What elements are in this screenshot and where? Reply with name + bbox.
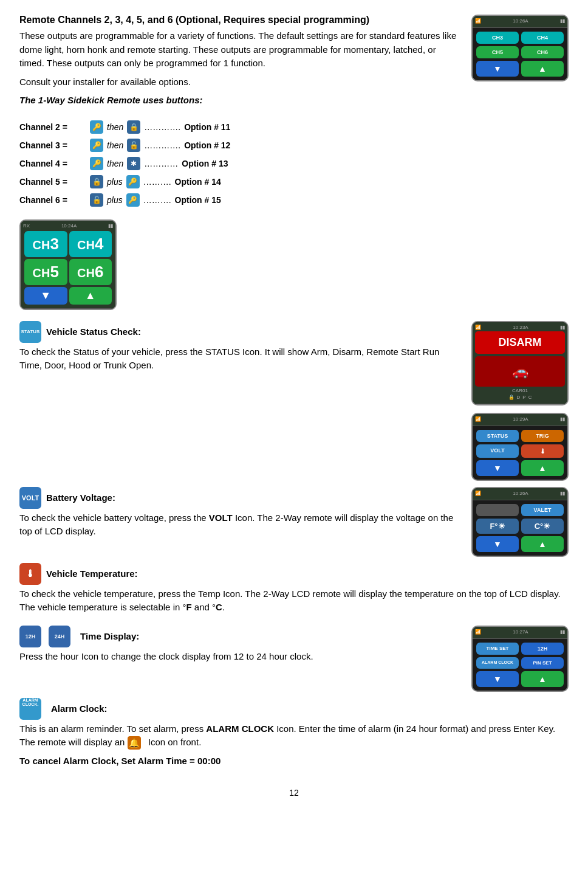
remote-screen-1: 📶 10:26A ▮▮ (473, 16, 567, 28)
disarm-remote: 📶 10:23A ▮▮ DISARM 🚗 CAR01 🔒 D P C (471, 321, 569, 405)
status-trig-remote: 📶 10:29A ▮▮ STATUS TRIG VOLT 🌡 ▼ ▲ (471, 413, 569, 481)
time-display-title: Time Display: (80, 631, 139, 641)
status-button[interactable]: STATUS (476, 430, 519, 442)
pinset-button[interactable]: PIN SET (521, 657, 564, 669)
disarm-bat: ▮▮ (560, 325, 565, 330)
volt-bold: VOLT (209, 512, 233, 523)
fc-time-bar: 📶 10:26A ▮▮ (475, 491, 565, 496)
ch6-button[interactable]: CH6 (521, 46, 564, 58)
channel-4-option: Option # 13 (182, 155, 228, 172)
temp-button[interactable]: 🌡 (521, 444, 564, 458)
c-temp-button[interactable]: C°☀ (521, 519, 564, 534)
down-arrow-large[interactable]: ▼ (24, 287, 67, 305)
vehicle-temp-section: 🌡 Vehicle Temperature: To check the vehi… (19, 563, 569, 619)
battery-voltage-text: VOLT Battery Voltage: To check the vehic… (19, 487, 462, 543)
ts-time: 10:27A (513, 629, 528, 635)
channel-2-icon1: 🔑 (90, 120, 103, 134)
channel-6-icon2: 🔑 (126, 193, 140, 207)
timeset-button[interactable]: TIME SET (476, 643, 519, 655)
ch5-button[interactable]: CH5 (476, 46, 519, 58)
alarm-clock-icon: ALARMCLOCK. (19, 698, 41, 720)
ch5-large: CH5 (24, 259, 67, 285)
battery-voltage-heading: VOLT Battery Voltage: (19, 487, 462, 509)
remote-device-2: RX 10:24A ▮▮ CH3 CH4 CH5 CH6 ▼ ▲ (19, 219, 117, 310)
valet-button[interactable]: VALET (521, 504, 564, 516)
up-arrow-button-4[interactable]: ▲ (521, 460, 564, 476)
channel-4-row: Channel 4 = 🔑 then ✱ ………… Option # 13 (19, 155, 569, 172)
p-status: P (522, 395, 525, 400)
consult-paragraph: Consult your installer for available opt… (19, 75, 462, 89)
timeset-time-bar: 📶 10:27A ▮▮ (475, 629, 565, 635)
fc-empty1 (476, 504, 519, 516)
channel-6-option: Option # 15 (175, 191, 221, 209)
vehicle-status-section: STATUS Vehicle Status Check: To check th… (19, 321, 569, 481)
vehicle-status-heading: STATUS Vehicle Status Check: (19, 321, 462, 343)
ch3-large: CH3 (24, 231, 67, 257)
signal-icon-1: 📶 (475, 18, 481, 24)
ts-bat: ▮▮ (560, 629, 565, 635)
ch4-large: CH4 (69, 231, 112, 257)
time24-icon: 24H (49, 626, 70, 647)
channel-5-option: Option # 14 (175, 173, 221, 190)
channel-3-icon2: 🔓 (127, 139, 140, 152)
channel-2-icon2: 🔒 (127, 120, 140, 134)
channel-5-label: Channel 5 = (19, 173, 86, 190)
vehicle-temp-desc: To check the vehicle temperature, press … (19, 587, 569, 615)
sidekick-title: The 1-Way Sidekick Remote uses buttons: (19, 94, 462, 108)
timeset-remote: 📶 10:27A ▮▮ TIME SET 12H ALARM CLOCK PIN… (471, 626, 569, 692)
up-arrow-large[interactable]: ▲ (69, 287, 112, 305)
channel-5-icon1: 🔒 (90, 175, 103, 188)
channel-3-option: Option # 12 (184, 137, 230, 154)
fc-remote: 📶 10:26A ▮▮ VALET F°☀ C°☀ ▼ ▲ (471, 487, 569, 557)
time-display-2: 10:24A (61, 223, 77, 229)
down-arrow-button-5[interactable]: ▼ (476, 536, 519, 552)
rx-icon: RX (23, 223, 30, 229)
st-signal: 📶 (475, 416, 481, 422)
battery-icon-2: ▮▮ (108, 223, 113, 229)
down-arrow-button-4[interactable]: ▼ (476, 460, 519, 476)
alarm-clock-heading: ALARMCLOCK. Alarm Clock: (19, 698, 569, 720)
volt-button[interactable]: VOLT (476, 444, 519, 458)
header-text: Remote Channels 2, 3, 4, 5, and 6 (Optio… (19, 15, 462, 112)
time-display-remote: 📶 10:27A ▮▮ TIME SET 12H ALARM CLOCK PIN… (471, 626, 569, 692)
f-temp-button[interactable]: F°☀ (476, 519, 519, 534)
time-bar-1: 📶 10:26A ▮▮ (475, 18, 565, 24)
12h-button[interactable]: 12H (521, 643, 564, 655)
large-ch-grid: CH3 CH4 CH5 CH6 ▼ ▲ (23, 230, 113, 306)
alarm-clock-desc: This is an alarm reminder. To set alarm,… (19, 722, 569, 750)
trig-button[interactable]: TRIG (521, 430, 564, 442)
ch3-button[interactable]: CH3 (476, 32, 519, 44)
down-arrow-button-6[interactable]: ▼ (476, 671, 519, 687)
channels-section: Channel 2 = 🔑 then 🔒 …………. Option # 11 C… (19, 119, 569, 209)
channel-4-connector: then (107, 155, 123, 172)
channel-6-connector: plus (107, 191, 123, 209)
fc-time: 10:26A (513, 491, 528, 496)
c-bold: C (216, 602, 222, 612)
disarm-label: DISARM (475, 331, 565, 354)
alarmclock-button[interactable]: ALARM CLOCK (476, 657, 519, 669)
fc-bat: ▮▮ (560, 491, 565, 496)
channel-2-row: Channel 2 = 🔑 then 🔒 …………. Option # 11 (19, 119, 569, 136)
up-arrow-button-5[interactable]: ▲ (521, 536, 564, 552)
time12-icon: 12H (19, 626, 41, 647)
page-title: Remote Channels 2, 3, 4, 5, and 6 (Optio… (19, 15, 462, 26)
channel-3-connector: then (107, 137, 123, 154)
down-arrow-button-1[interactable]: ▼ (476, 61, 519, 77)
up-arrow-button-1[interactable]: ▲ (521, 61, 564, 77)
channel-6-dots: ………. (143, 191, 171, 209)
up-arrow-button-6[interactable]: ▲ (521, 671, 564, 687)
time-display-section: 12H 24H Time Display: Press the hour Ico… (19, 626, 569, 692)
channel-6-label: Channel 6 = (19, 191, 86, 209)
fc-buttons: VALET F°☀ C°☀ ▼ ▲ (473, 500, 567, 556)
alarm-clock-title: Alarm Clock: (51, 703, 108, 714)
temp-icon-main: 🌡 (19, 563, 41, 585)
ch6-large: CH6 (69, 259, 112, 285)
channel-5-dots: ………. (143, 173, 171, 190)
disarm-screen: 📶 10:23A ▮▮ DISARM 🚗 CAR01 🔒 D P C (473, 322, 567, 404)
channel-4-icon1: 🔑 (90, 157, 103, 170)
ch4-button[interactable]: CH4 (521, 32, 564, 44)
battery-voltage-desc: To check the vehicle battery voltage, pr… (19, 511, 462, 539)
status-icon: STATUS (19, 321, 41, 343)
channel-2-label: Channel 2 = (19, 119, 86, 136)
alarm-clock-section: ALARMCLOCK. Alarm Clock: This is an alar… (19, 698, 569, 768)
